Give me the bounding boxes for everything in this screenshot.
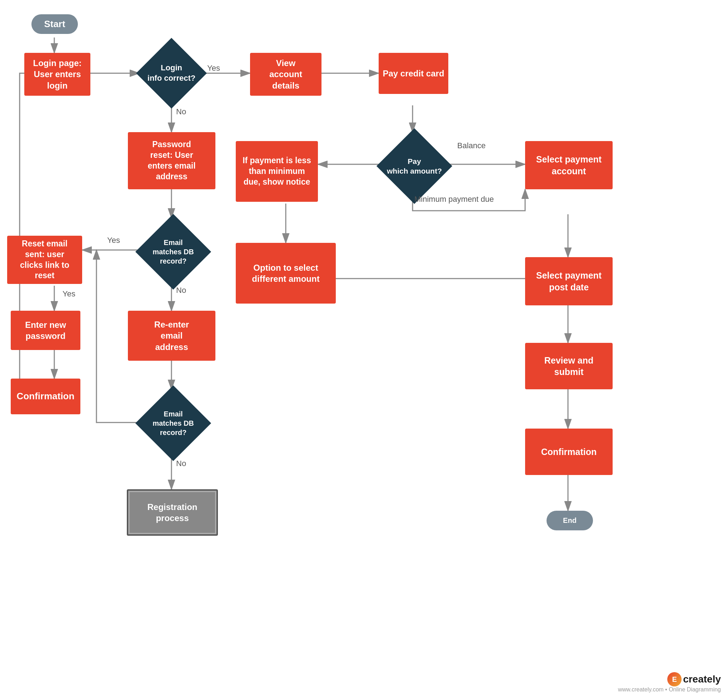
view-account-box: View account details [250, 53, 322, 96]
registration-process-label: Registration process [147, 501, 197, 524]
re-enter-email-label: Re-enter email address [154, 319, 189, 352]
yes2-label: Yes [107, 236, 120, 245]
enter-new-password-label: Enter new password [25, 319, 66, 341]
email-matches-2-text: Email matches DB record? [153, 409, 194, 437]
yes1-label: Yes [207, 64, 220, 73]
watermark: E creately www.creately.com • Online Dia… [618, 672, 721, 693]
pay-credit-card-label: Pay credit card [383, 68, 444, 79]
login-page-label: Login page: User enters login [33, 58, 82, 91]
pay-which-amount-diamond: Pay which amount? [380, 132, 448, 200]
email-matches-2-diamond: Email matches DB record? [139, 389, 207, 457]
password-reset-label: Password reset: User enters email addres… [147, 139, 195, 182]
email-matches-1-text: Email matches DB record? [153, 238, 194, 266]
watermark-icon: E [672, 675, 677, 684]
confirmation-right-box: Confirmation [525, 429, 612, 475]
login-page-box: Login page: User enters login [24, 53, 90, 96]
confirmation-right-label: Confirmation [541, 446, 597, 458]
select-payment-account-label: Select payment account [536, 154, 602, 177]
reset-email-sent-label: Reset email sent: user clicks link to re… [20, 238, 69, 281]
select-payment-post-box: Select payment post date [525, 257, 612, 305]
no3-label: No [176, 459, 186, 468]
no1-label: No [176, 107, 186, 117]
flowchart-diagram: Start Login page: User enters login Logi… [0, 0, 728, 700]
if-payment-less-label: If payment is less than minimum due, sho… [243, 155, 311, 188]
pay-credit-card-box: Pay credit card [378, 53, 448, 94]
watermark-brand: creately [683, 674, 721, 685]
password-reset-box: Password reset: User enters email addres… [128, 132, 215, 189]
if-payment-less-box: If payment is less than minimum due, sho… [236, 141, 318, 202]
reset-email-sent-box: Reset email sent: user clicks link to re… [7, 236, 82, 284]
option-select-diff-label: Option to select different amount [252, 262, 319, 284]
select-payment-account-box: Select payment account [525, 141, 612, 189]
start-oval: Start [32, 14, 78, 34]
pay-which-amount-text: Pay which amount? [387, 156, 442, 176]
confirmation-left-box: Confirmation [11, 378, 80, 414]
yes3-label: Yes [62, 289, 75, 299]
enter-new-password-box: Enter new password [11, 311, 80, 350]
login-correct-text: Login info correct? [147, 63, 195, 83]
end-oval: End [546, 511, 593, 530]
arrows-svg [0, 0, 728, 700]
confirmation-left-label: Confirmation [17, 390, 75, 403]
no2-label: No [176, 286, 186, 295]
email-matches-1-diamond: Email matches DB record? [139, 218, 207, 286]
start-label: Start [44, 19, 65, 30]
balance-label: Balance [457, 141, 486, 150]
registration-process-box: Registration process [127, 489, 218, 536]
minimum-payment-label: Minimum payment due [415, 195, 494, 204]
login-correct-diamond: Login info correct? [139, 41, 204, 105]
select-payment-post-label: Select payment post date [536, 270, 602, 293]
end-label: End [563, 517, 576, 525]
option-select-diff-box: Option to select different amount [236, 243, 336, 303]
re-enter-email-box: Re-enter email address [128, 311, 215, 361]
watermark-sub: www.creately.com • Online Diagramming [618, 686, 721, 693]
review-submit-label: Review and submit [545, 355, 594, 378]
view-account-label: View account details [269, 58, 302, 91]
review-submit-box: Review and submit [525, 343, 612, 389]
